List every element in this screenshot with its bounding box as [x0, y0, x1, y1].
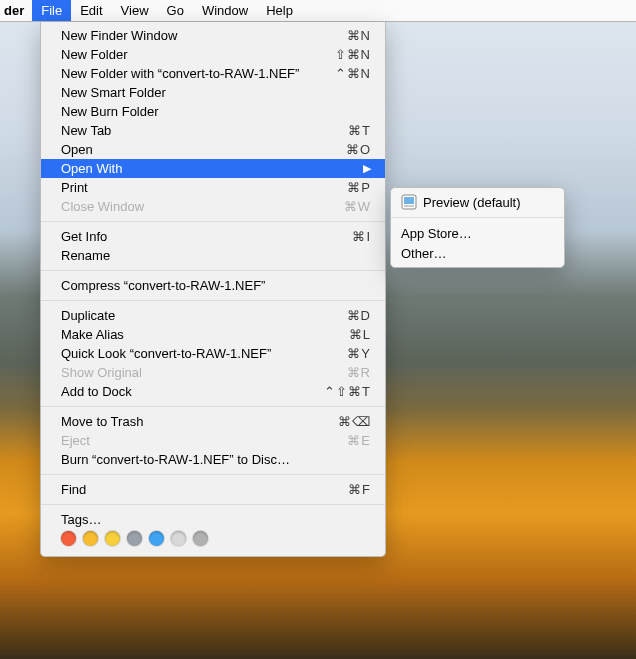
- submenu-arrow-icon: ▶: [363, 162, 371, 175]
- menu-item-shortcut: ⌘F: [340, 482, 371, 497]
- menu-item-label: New Smart Folder: [61, 85, 371, 100]
- menu-item-open-with[interactable]: Open With▶: [41, 159, 385, 178]
- menu-item-new-folder[interactable]: New Folder⇧⌘N: [41, 45, 385, 64]
- menu-item-label: Get Info: [61, 229, 344, 244]
- menu-item-compress-convert-to-raw-1-nef[interactable]: Compress “convert-to-RAW-1.NEF”: [41, 276, 385, 295]
- menu-item-shortcut: ⌘⌫: [330, 414, 371, 429]
- menu-item-label: Add to Dock: [61, 384, 316, 399]
- menu-item-label: New Finder Window: [61, 28, 339, 43]
- menu-item-label: Open: [61, 142, 338, 157]
- menu-item-label: Make Alias: [61, 327, 341, 342]
- menu-item-label: Quick Look “convert-to-RAW-1.NEF”: [61, 346, 339, 361]
- menu-item-add-to-dock[interactable]: Add to Dock⌃⇧⌘T: [41, 382, 385, 401]
- menu-separator: [41, 221, 385, 222]
- tag-color-dot[interactable]: [83, 531, 98, 546]
- menu-item-open[interactable]: Open⌘O: [41, 140, 385, 159]
- submenu-item-preview-default[interactable]: Preview (default): [391, 192, 564, 212]
- menu-item-burn-convert-to-raw-1-nef-to-disc[interactable]: Burn “convert-to-RAW-1.NEF” to Disc…: [41, 450, 385, 469]
- menu-item-tags[interactable]: Tags…: [41, 510, 385, 529]
- menu-item-label: Tags…: [61, 512, 371, 527]
- tag-color-row: [41, 529, 385, 550]
- menu-item-label: Close Window: [61, 199, 336, 214]
- menu-item-label: Duplicate: [61, 308, 339, 323]
- tag-color-dot[interactable]: [193, 531, 208, 546]
- menu-separator: [41, 406, 385, 407]
- menu-item-new-tab[interactable]: New Tab⌘T: [41, 121, 385, 140]
- menu-separator: [41, 474, 385, 475]
- menu-item-find[interactable]: Find⌘F: [41, 480, 385, 499]
- menu-item-shortcut: ⌘D: [339, 308, 371, 323]
- menu-item-shortcut: ⌘T: [340, 123, 371, 138]
- menu-item-show-original: Show Original⌘R: [41, 363, 385, 382]
- tag-color-dot[interactable]: [149, 531, 164, 546]
- tag-color-dot[interactable]: [61, 531, 76, 546]
- menu-item-shortcut: ⌃⇧⌘T: [316, 384, 371, 399]
- menubar-item-window[interactable]: Window: [193, 0, 257, 21]
- menu-item-new-finder-window[interactable]: New Finder Window⌘N: [41, 26, 385, 45]
- menu-item-shortcut: ⌘L: [341, 327, 371, 342]
- menu-item-shortcut: ⌘O: [338, 142, 371, 157]
- menu-item-label: New Folder: [61, 47, 327, 62]
- menu-item-label: Find: [61, 482, 340, 497]
- tag-color-dot[interactable]: [171, 531, 186, 546]
- menu-item-print[interactable]: Print⌘P: [41, 178, 385, 197]
- menu-item-get-info[interactable]: Get Info⌘I: [41, 227, 385, 246]
- preview-app-icon: [401, 194, 417, 210]
- submenu-item-label: App Store…: [401, 226, 550, 241]
- menubar-item-go[interactable]: Go: [158, 0, 193, 21]
- menu-item-shortcut: ⇧⌘N: [327, 47, 371, 62]
- menubar: der FileEditViewGoWindowHelp: [0, 0, 636, 22]
- menubar-item-help[interactable]: Help: [257, 0, 302, 21]
- menu-separator: [41, 300, 385, 301]
- app-name: der: [0, 0, 32, 21]
- menu-item-move-to-trash[interactable]: Move to Trash⌘⌫: [41, 412, 385, 431]
- menu-item-shortcut: ⌘R: [339, 365, 371, 380]
- svg-rect-2: [404, 205, 414, 207]
- submenu-item-label: Other…: [401, 246, 550, 261]
- menu-item-shortcut: ⌘P: [339, 180, 371, 195]
- menu-item-label: Burn “convert-to-RAW-1.NEF” to Disc…: [61, 452, 371, 467]
- menu-item-label: Open With: [61, 161, 357, 176]
- menu-item-quick-look-convert-to-raw-1-nef[interactable]: Quick Look “convert-to-RAW-1.NEF”⌘Y: [41, 344, 385, 363]
- menu-item-make-alias[interactable]: Make Alias⌘L: [41, 325, 385, 344]
- menu-item-shortcut: ⌘Y: [339, 346, 371, 361]
- menu-item-shortcut: ⌘N: [339, 28, 371, 43]
- menu-item-shortcut: ⌘I: [344, 229, 371, 244]
- submenu-item-app-store[interactable]: App Store…: [391, 223, 564, 243]
- menu-item-label: New Folder with “convert-to-RAW-1.NEF”: [61, 66, 327, 81]
- tag-color-dot[interactable]: [127, 531, 142, 546]
- submenu-item-other[interactable]: Other…: [391, 243, 564, 263]
- menu-item-label: New Tab: [61, 123, 340, 138]
- menu-item-shortcut: ⌘W: [336, 199, 371, 214]
- menu-item-new-smart-folder[interactable]: New Smart Folder: [41, 83, 385, 102]
- menu-separator: [41, 504, 385, 505]
- menu-item-new-burn-folder[interactable]: New Burn Folder: [41, 102, 385, 121]
- menu-item-eject: Eject⌘E: [41, 431, 385, 450]
- menu-item-label: Move to Trash: [61, 414, 330, 429]
- menu-separator: [41, 270, 385, 271]
- menu-item-label: Eject: [61, 433, 339, 448]
- menu-item-label: New Burn Folder: [61, 104, 371, 119]
- menu-separator: [391, 217, 564, 218]
- menubar-item-file[interactable]: File: [32, 0, 71, 21]
- svg-rect-1: [404, 197, 414, 204]
- menubar-item-view[interactable]: View: [112, 0, 158, 21]
- open-with-submenu: Preview (default)App Store…Other…: [390, 187, 565, 268]
- menu-item-label: Print: [61, 180, 339, 195]
- file-menu-dropdown: New Finder Window⌘NNew Folder⇧⌘NNew Fold…: [40, 22, 386, 557]
- menu-item-new-folder-with-convert-to-raw-1-nef[interactable]: New Folder with “convert-to-RAW-1.NEF”⌃⌘…: [41, 64, 385, 83]
- menu-item-rename[interactable]: Rename: [41, 246, 385, 265]
- menu-item-shortcut: ⌃⌘N: [327, 66, 371, 81]
- menu-item-label: Compress “convert-to-RAW-1.NEF”: [61, 278, 371, 293]
- menu-item-label: Rename: [61, 248, 371, 263]
- submenu-item-label: Preview (default): [423, 195, 550, 210]
- menu-item-close-window: Close Window⌘W: [41, 197, 385, 216]
- menu-item-duplicate[interactable]: Duplicate⌘D: [41, 306, 385, 325]
- tag-color-dot[interactable]: [105, 531, 120, 546]
- menubar-item-edit[interactable]: Edit: [71, 0, 111, 21]
- menu-item-shortcut: ⌘E: [339, 433, 371, 448]
- menu-item-label: Show Original: [61, 365, 339, 380]
